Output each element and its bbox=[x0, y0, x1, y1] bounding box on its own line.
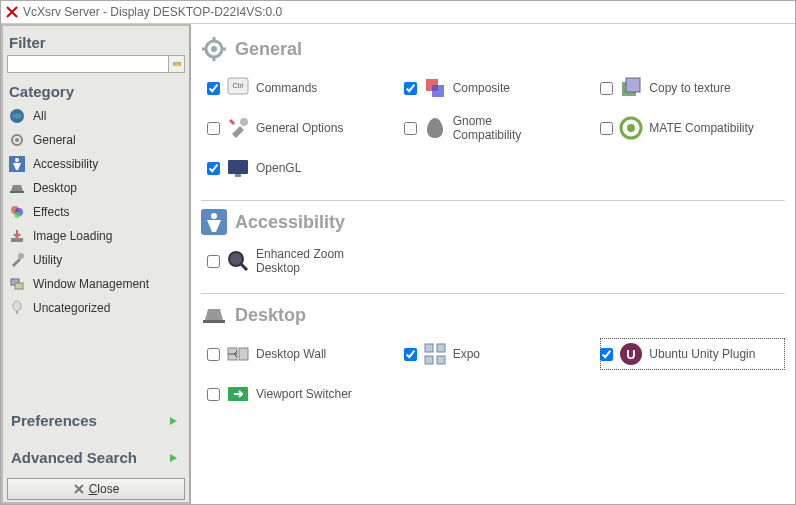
expo-icon bbox=[423, 342, 447, 366]
plugin-checkbox[interactable] bbox=[404, 348, 417, 361]
category-desktop[interactable]: Desktop bbox=[7, 176, 185, 200]
opengl-icon bbox=[226, 156, 250, 180]
plugin-opengl[interactable]: OpenGL bbox=[207, 152, 392, 184]
svg-rect-13 bbox=[15, 283, 23, 289]
category-label: Image Loading bbox=[33, 229, 112, 243]
svg-rect-10 bbox=[11, 238, 23, 242]
category-label: Uncategorized bbox=[33, 301, 110, 315]
category-utility[interactable]: Utility bbox=[7, 248, 185, 272]
plugin-viewport[interactable]: Viewport Switcher bbox=[207, 378, 392, 410]
gear-icon bbox=[9, 132, 25, 148]
svg-rect-34 bbox=[235, 174, 241, 177]
plugin-checkbox[interactable] bbox=[600, 82, 613, 95]
svg-point-5 bbox=[15, 158, 19, 162]
category-label: Effects bbox=[33, 205, 69, 219]
filter-heading: Filter bbox=[9, 34, 183, 51]
content: Filter Category All General bbox=[1, 23, 795, 504]
plugin-checkbox[interactable] bbox=[600, 348, 613, 361]
plugin-label: Enhanced Zoom Desktop bbox=[256, 247, 366, 276]
section-header: Desktop bbox=[201, 302, 785, 328]
svg-rect-27 bbox=[626, 78, 640, 92]
app-icon bbox=[5, 5, 19, 19]
plugin-checkbox[interactable] bbox=[207, 388, 220, 401]
svg-point-37 bbox=[229, 252, 243, 266]
plugin-zoom[interactable]: Enhanced Zoom Desktop bbox=[207, 245, 392, 277]
plugin-commands[interactable]: CtrlCommands bbox=[207, 72, 392, 104]
accessibility-icon bbox=[9, 156, 25, 172]
section-header: Accessibility bbox=[201, 209, 785, 235]
close-label-rest: lose bbox=[97, 482, 119, 496]
plugin-label: General Options bbox=[256, 121, 343, 135]
app-window: VcXsrv Server - Display DESKTOP-D22I4VS:… bbox=[0, 0, 796, 505]
main-panel[interactable]: General CtrlCommandsCompositeCopy to tex… bbox=[191, 24, 795, 504]
category-accessibility[interactable]: Accessibility bbox=[7, 152, 185, 176]
copy-texture-icon bbox=[619, 76, 643, 100]
svg-point-17 bbox=[211, 46, 217, 52]
plugin-checkbox[interactable] bbox=[207, 255, 220, 268]
category-uncategorized[interactable]: Uncategorized bbox=[7, 296, 185, 320]
svg-point-30 bbox=[436, 120, 439, 123]
plugin-label: MATE Compatibility bbox=[649, 121, 753, 135]
plugin-checkbox[interactable] bbox=[207, 348, 220, 361]
plugin-checkbox[interactable] bbox=[207, 82, 220, 95]
plugin-label: Desktop Wall bbox=[256, 347, 326, 361]
plugin-checkbox[interactable] bbox=[207, 122, 220, 135]
section-general: General CtrlCommandsCompositeCopy to tex… bbox=[201, 36, 785, 201]
composite-icon bbox=[423, 76, 447, 100]
svg-point-3 bbox=[15, 138, 19, 142]
plugin-checkbox[interactable] bbox=[207, 162, 220, 175]
plugin-label: Expo bbox=[453, 347, 480, 361]
svg-point-28 bbox=[240, 118, 248, 126]
preferences-link[interactable]: Preferences bbox=[7, 402, 185, 439]
category-label: Desktop bbox=[33, 181, 77, 195]
category-effects[interactable]: Effects bbox=[7, 200, 185, 224]
effects-icon bbox=[9, 204, 25, 220]
category-window-management[interactable]: Window Management bbox=[7, 272, 185, 296]
clear-filter-button[interactable] bbox=[169, 55, 185, 73]
globe-icon bbox=[9, 108, 25, 124]
plugin-mate[interactable]: MATE Compatibility bbox=[600, 112, 785, 144]
plugin-composite[interactable]: Composite bbox=[404, 72, 589, 104]
category-general[interactable]: General bbox=[7, 128, 185, 152]
section-header: General bbox=[201, 36, 785, 62]
plugin-unity[interactable]: UUbuntu Unity Plugin bbox=[600, 338, 785, 370]
wrench-icon bbox=[226, 116, 250, 140]
category-image-loading[interactable]: Image Loading bbox=[7, 224, 185, 248]
svg-rect-15 bbox=[16, 311, 18, 314]
svg-rect-33 bbox=[228, 160, 248, 174]
svg-text:U: U bbox=[627, 347, 636, 362]
svg-point-29 bbox=[430, 120, 434, 124]
category-heading: Category bbox=[9, 83, 183, 100]
svg-point-11 bbox=[18, 253, 24, 259]
plugin-copy-texture[interactable]: Copy to texture bbox=[600, 72, 785, 104]
category-list: All General Accessibility Desktop Effect… bbox=[7, 104, 185, 320]
plugin-wrench[interactable]: General Options bbox=[207, 112, 392, 144]
svg-rect-42 bbox=[425, 344, 433, 352]
plugin-grid-desktop: Desktop WallExpoUUbuntu Unity PluginView… bbox=[201, 338, 785, 410]
plugin-expo[interactable]: Expo bbox=[404, 338, 589, 370]
close-icon bbox=[73, 483, 85, 495]
image-loading-icon bbox=[9, 228, 25, 244]
svg-rect-25 bbox=[432, 85, 444, 97]
plugin-gnome[interactable]: Gnome Compatibility bbox=[404, 112, 589, 144]
window-mgmt-icon bbox=[9, 276, 25, 292]
plugin-checkbox[interactable] bbox=[404, 122, 417, 135]
plugin-checkbox[interactable] bbox=[404, 82, 417, 95]
plugin-checkbox[interactable] bbox=[600, 122, 613, 135]
filter-row bbox=[7, 55, 185, 73]
sidebar: Filter Category All General bbox=[1, 24, 191, 504]
advanced-search-link[interactable]: Advanced Search bbox=[7, 439, 185, 476]
uncategorized-icon bbox=[9, 300, 25, 316]
plugin-label: Commands bbox=[256, 81, 317, 95]
mate-icon bbox=[619, 116, 643, 140]
filter-input[interactable] bbox=[7, 55, 169, 73]
svg-line-38 bbox=[241, 264, 247, 270]
close-button[interactable]: Close bbox=[7, 478, 185, 500]
svg-point-14 bbox=[13, 301, 21, 311]
plugin-wall[interactable]: Desktop Wall bbox=[207, 338, 392, 370]
svg-text:Ctrl: Ctrl bbox=[233, 82, 244, 89]
category-label: Utility bbox=[33, 253, 62, 267]
gear-icon bbox=[201, 36, 227, 62]
section-title: Accessibility bbox=[235, 212, 345, 233]
category-all[interactable]: All bbox=[7, 104, 185, 128]
